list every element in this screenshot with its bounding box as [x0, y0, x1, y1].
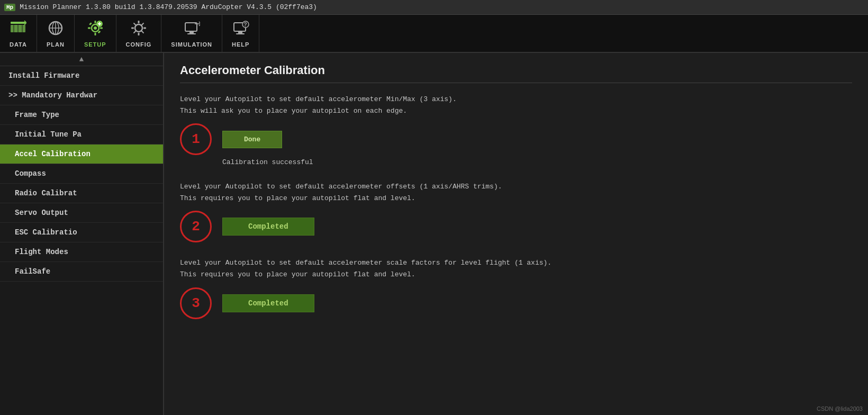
sidebar-item-install-firmware[interactable]: Install Firmware	[0, 66, 163, 86]
step-1-circle: 1	[180, 123, 212, 155]
config-label: CONFIG	[126, 41, 152, 48]
calibration-section-3: Level your Autopilot to set default acce…	[180, 257, 852, 319]
simulation-icon	[183, 20, 200, 39]
plan-label: PLAN	[47, 41, 65, 48]
content-area: Accelerometer Calibration Level your Aut…	[164, 53, 868, 415]
svg-rect-15	[100, 27, 103, 29]
sidebar-item-accel-calibration[interactable]: Accel Calibration	[0, 145, 163, 164]
scroll-up-arrow[interactable]: ▲	[0, 53, 163, 66]
sidebar-item-compass[interactable]: Compass	[0, 164, 163, 184]
setup-icon	[87, 20, 104, 39]
plan-icon	[47, 20, 64, 39]
app-logo: Mp	[4, 4, 15, 11]
title-bar: Mp Mission Planner 1.3.80 build 1.3.8479…	[0, 0, 868, 15]
svg-rect-12	[94, 21, 96, 23]
section3-row: 3 Completed	[180, 287, 852, 319]
toolbar-btn-setup[interactable]: SETUP	[75, 15, 116, 52]
completed-button-2[interactable]: Completed	[222, 218, 314, 236]
simulation-label: SIMULATION	[171, 41, 212, 48]
help-label: HELP	[232, 41, 249, 48]
data-label: DATA	[10, 41, 27, 48]
toolbar-btn-plan[interactable]: PLAN	[37, 15, 75, 52]
svg-rect-31	[238, 31, 242, 33]
step-2-circle: 2	[180, 211, 212, 242]
svg-rect-24	[131, 27, 134, 29]
sidebar-item-esc-calibration[interactable]: ESC Calibratio	[0, 223, 163, 242]
svg-rect-27	[189, 31, 194, 33]
svg-rect-28	[187, 33, 196, 34]
sidebar-item-initial-tune[interactable]: Initial Tune Pa	[0, 125, 163, 145]
section1-row: 1 Done	[180, 123, 852, 155]
app-title: Mission Planner 1.3.80 build 1.3.8479.20…	[20, 3, 317, 11]
config-icon	[130, 20, 147, 39]
section2-row: 2 Completed	[180, 211, 852, 242]
svg-rect-13	[94, 33, 96, 35]
toolbar: DATA PLAN	[0, 15, 868, 53]
sidebar: ▲ Install Firmware >> Mandatory Hardwar …	[0, 53, 164, 415]
sidebar-item-servo-output[interactable]: Servo Output	[0, 203, 163, 223]
setup-label: SETUP	[84, 41, 106, 48]
toolbar-btn-simulation[interactable]: SIMULATION	[161, 15, 222, 52]
toolbar-btn-config[interactable]: CONFIG	[116, 15, 162, 52]
help-icon: ?	[232, 20, 249, 39]
section1-text: Level your Autopilot to set default acce…	[180, 94, 852, 117]
done-button[interactable]: Done	[222, 131, 282, 148]
calibration-success-text: Calibration successful	[222, 158, 852, 166]
completed-button-3[interactable]: Completed	[222, 294, 314, 312]
calibration-section-1: Level your Autopilot to set default acce…	[180, 94, 852, 166]
step-3-circle: 3	[180, 287, 212, 319]
sidebar-item-flight-modes[interactable]: Flight Modes	[0, 242, 163, 262]
watermark: CSDN @lida2003	[817, 405, 863, 412]
sidebar-item-failsafe[interactable]: FailSafe	[0, 262, 163, 282]
section3-text: Level your Autopilot to set default acce…	[180, 257, 852, 281]
sidebar-item-radio-calibration[interactable]: Radio Calibrat	[0, 184, 163, 203]
svg-text:?: ?	[243, 22, 247, 28]
sidebar-item-frame-type[interactable]: Frame Type	[0, 105, 163, 125]
calibration-section-2: Level your Autopilot to set default acce…	[180, 181, 852, 242]
toolbar-btn-data[interactable]: DATA	[0, 15, 37, 52]
main-layout: ▲ Install Firmware >> Mandatory Hardwar …	[0, 53, 868, 415]
svg-point-11	[94, 26, 97, 30]
svg-rect-14	[88, 27, 91, 29]
svg-rect-23	[138, 33, 139, 35]
svg-rect-25	[143, 27, 146, 29]
data-icon	[10, 20, 26, 39]
svg-rect-16	[89, 22, 92, 25]
svg-rect-22	[138, 21, 139, 23]
sidebar-section-mandatory: >> Mandatory Hardwar	[0, 86, 163, 105]
toolbar-btn-help[interactable]: ? HELP	[222, 15, 259, 52]
svg-rect-32	[236, 33, 245, 34]
page-title: Accelerometer Calibration	[180, 64, 852, 83]
section2-text: Level your Autopilot to set default acce…	[180, 181, 852, 204]
